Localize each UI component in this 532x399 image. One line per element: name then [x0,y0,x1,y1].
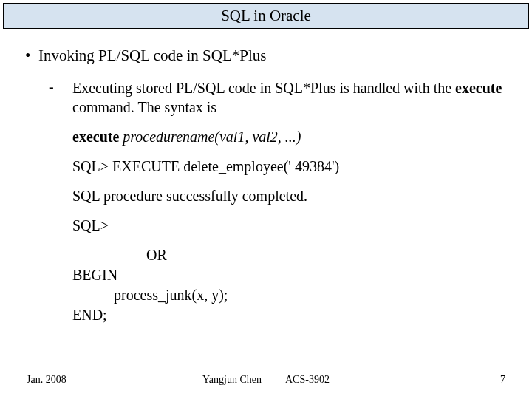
bullet-marker: • [22,47,38,65]
slide-title: SQL in Oracle [3,3,529,29]
begin-keyword: BEGIN [72,265,510,285]
footer-page: 7 [500,374,505,386]
or-label: OR [146,245,510,265]
prompt-line: SQL> [72,216,510,235]
alternative-block: OR BEGIN process_junk(x, y); END; [72,245,510,325]
bullet-text: Invoking PL/SQL code in SQL*Plus [38,47,510,65]
footer-course: ACS-3902 [285,374,330,386]
slide-content: • Invoking PL/SQL code in SQL*Plus - Exe… [0,32,532,325]
syntax-args: procedurename(val1, val2, ...) [119,129,301,145]
syntax-line: execute procedurename(val1, val2, ...) [72,127,510,146]
sub-text-bold: execute [455,80,502,96]
slide-footer: Jan. 2008 Yangjun Chen ACS-3902 7 [0,374,532,386]
sub-bullet: - Executing stored PL/SQL code in SQL*Pl… [49,78,510,117]
footer-date: Jan. 2008 [27,374,66,386]
proc-call: process_junk(x, y); [114,285,510,305]
syntax-cmd: execute [72,129,119,145]
sub-text-pre: Executing stored PL/SQL code in SQL*Plus… [72,80,455,96]
sub-text: Executing stored PL/SQL code in SQL*Plus… [72,78,510,117]
example-line: SQL> EXECUTE delete_employee(' 49384') [72,157,510,176]
end-keyword: END; [72,305,510,325]
main-bullet: • Invoking PL/SQL code in SQL*Plus [22,47,510,65]
sub-text-post: command. The syntax is [72,99,216,115]
result-line: SQL procedure successfully completed. [72,186,510,205]
sub-marker: - [49,78,72,95]
footer-author: Yangjun Chen [202,374,262,386]
